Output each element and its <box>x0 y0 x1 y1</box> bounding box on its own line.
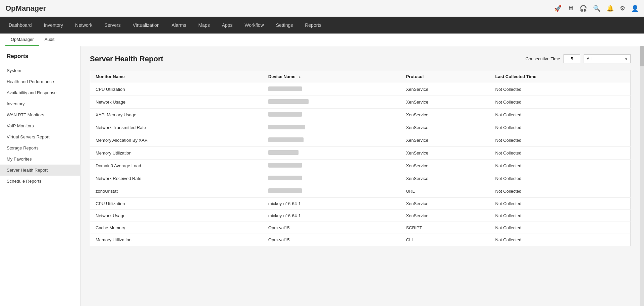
cell-protocol: XenService <box>400 210 490 222</box>
cell-device-name <box>263 172 401 185</box>
cell-protocol: URL <box>400 185 490 198</box>
cell-device-name <box>263 96 401 109</box>
sort-icon: ▲ <box>298 75 301 79</box>
sidebar-item-inventory[interactable]: Inventory <box>0 98 80 109</box>
top-bar: OpManager 🚀 🖥 🎧 🔍 🔔 ⚙ 👤 <box>0 0 644 17</box>
nav-item-settings[interactable]: Settings <box>270 17 299 34</box>
app-logo: OpManager <box>5 4 46 13</box>
sidebar-item-health-performance[interactable]: Health and Performance <box>0 76 80 87</box>
rocket-icon[interactable]: 🚀 <box>554 5 561 12</box>
cell-device-name <box>263 185 401 198</box>
cell-device-name <box>263 147 401 160</box>
cell-protocol: XenService <box>400 198 490 210</box>
all-dropdown[interactable]: All 5 10 <box>584 54 631 63</box>
cell-last-collected: Not Collected <box>490 96 631 109</box>
table-row: zohoUrlstatURLNot Collected <box>90 185 631 198</box>
cell-device-name: Opm-val15 <box>263 222 401 234</box>
cell-monitor-name: Memory Utilization <box>90 147 263 160</box>
sub-nav: OpManager Audit <box>0 34 644 46</box>
cell-protocol: XenService <box>400 172 490 185</box>
sidebar-item-availability-response[interactable]: Availability and Response <box>0 87 80 98</box>
nav-bar: Dashboard Inventory Network Servers Virt… <box>0 17 644 34</box>
table-row: Cache MemoryOpm-val15SCRIPTNot Collected <box>90 222 631 234</box>
table-row: Network UsageXenServiceNot Collected <box>90 96 631 109</box>
table-row: Network Transmitted RateXenServiceNot Co… <box>90 121 631 134</box>
cell-monitor-name: Memory Utilization <box>90 234 263 246</box>
table-row: CPU Utilizationmickey-u16-64-1XenService… <box>90 198 631 210</box>
cell-last-collected: Not Collected <box>490 210 631 222</box>
sidebar-item-virtual-servers[interactable]: Virtual Servers Report <box>0 131 80 142</box>
table-row: Memory UtilizationOpm-val15CLINot Collec… <box>90 234 631 246</box>
table-row: Domain0 Average LoadXenServiceNot Collec… <box>90 160 631 172</box>
sidebar-item-system[interactable]: System <box>0 65 80 76</box>
cell-last-collected: Not Collected <box>490 198 631 210</box>
sidebar-item-server-health[interactable]: Server Health Report <box>0 165 80 176</box>
content-area: Server Health Report Consecutive Time Al… <box>80 46 640 306</box>
sidebar-title: Reports <box>0 53 80 65</box>
nav-item-servers[interactable]: Servers <box>98 17 126 34</box>
cell-last-collected: Not Collected <box>490 234 631 246</box>
cell-protocol: XenService <box>400 83 490 96</box>
cell-device-name <box>263 109 401 121</box>
cell-protocol: XenService <box>400 121 490 134</box>
nav-item-inventory[interactable]: Inventory <box>38 17 69 34</box>
cell-device-name: mickey-u16-64-1 <box>263 198 401 210</box>
nav-item-alarms[interactable]: Alarms <box>166 17 193 34</box>
cell-monitor-name: Cache Memory <box>90 222 263 234</box>
cell-monitor-name: CPU Utilization <box>90 198 263 210</box>
col-protocol: Protocol <box>400 70 490 83</box>
nav-item-network[interactable]: Network <box>69 17 98 34</box>
search-icon[interactable]: 🔍 <box>593 5 600 12</box>
cell-protocol: XenService <box>400 109 490 121</box>
sidebar: Reports System Health and Performance Av… <box>0 46 80 306</box>
sidebar-item-voip[interactable]: VoIP Monitors <box>0 120 80 131</box>
cell-last-collected: Not Collected <box>490 172 631 185</box>
sidebar-item-schedule-reports[interactable]: Schedule Reports <box>0 176 80 187</box>
nav-item-reports[interactable]: Reports <box>299 17 327 34</box>
sidebar-item-wan-rtt[interactable]: WAN RTT Monitors <box>0 109 80 120</box>
sidebar-item-storage-reports[interactable]: Storage Reports <box>0 142 80 154</box>
top-icons: 🚀 🖥 🎧 🔍 🔔 ⚙ 👤 <box>554 5 639 12</box>
nav-item-apps[interactable]: Apps <box>216 17 238 34</box>
cell-device-name <box>263 134 401 147</box>
cell-device-name: Opm-val15 <box>263 234 401 246</box>
nav-item-dashboard[interactable]: Dashboard <box>3 17 38 34</box>
consecutive-input[interactable] <box>564 54 580 63</box>
col-last-collected: Last Collected Time <box>490 70 631 83</box>
table-row: XAPI Memory UsageXenServiceNot Collected <box>90 109 631 121</box>
table-row: Network Usagemickey-u16-64-1XenServiceNo… <box>90 210 631 222</box>
cell-monitor-name: XAPI Memory Usage <box>90 109 263 121</box>
report-table: Monitor Name Device Name ▲ Protocol Last… <box>90 70 631 246</box>
nav-item-virtualization[interactable]: Virtualization <box>127 17 166 34</box>
bell-icon[interactable]: 🔔 <box>606 5 614 12</box>
monitor-icon[interactable]: 🖥 <box>568 5 574 12</box>
gear-icon[interactable]: ⚙ <box>620 5 625 12</box>
table-row: CPU UtilizationXenServiceNot Collected <box>90 83 631 96</box>
scrollbar-thumb[interactable] <box>640 46 644 66</box>
nav-item-workflow[interactable]: Workflow <box>238 17 270 34</box>
cell-monitor-name: Network Usage <box>90 96 263 109</box>
sidebar-item-my-favorites[interactable]: My Favorites <box>0 154 80 165</box>
cell-monitor-name: Memory Allocation By XAPI <box>90 134 263 147</box>
nav-item-maps[interactable]: Maps <box>192 17 216 34</box>
headset-icon[interactable]: 🎧 <box>580 5 587 12</box>
cell-monitor-name: Network Usage <box>90 210 263 222</box>
sub-nav-opmanager[interactable]: OpManager <box>5 34 39 46</box>
cell-device-name <box>263 121 401 134</box>
consecutive-label: Consecutive Time <box>526 56 560 61</box>
cell-last-collected: Not Collected <box>490 222 631 234</box>
cell-monitor-name: zohoUrlstat <box>90 185 263 198</box>
cell-last-collected: Not Collected <box>490 147 631 160</box>
cell-protocol: CLI <box>400 234 490 246</box>
cell-last-collected: Not Collected <box>490 109 631 121</box>
cell-protocol: SCRIPT <box>400 222 490 234</box>
scrollbar-track[interactable] <box>640 46 644 306</box>
sub-nav-audit[interactable]: Audit <box>39 34 60 46</box>
cell-monitor-name: Domain0 Average Load <box>90 160 263 172</box>
col-device-name[interactable]: Device Name ▲ <box>263 70 401 83</box>
cell-last-collected: Not Collected <box>490 185 631 198</box>
cell-monitor-name: CPU Utilization <box>90 83 263 96</box>
user-icon[interactable]: 👤 <box>631 5 639 12</box>
page-header: Server Health Report Consecutive Time Al… <box>90 54 631 63</box>
table-row: Memory Allocation By XAPIXenServiceNot C… <box>90 134 631 147</box>
